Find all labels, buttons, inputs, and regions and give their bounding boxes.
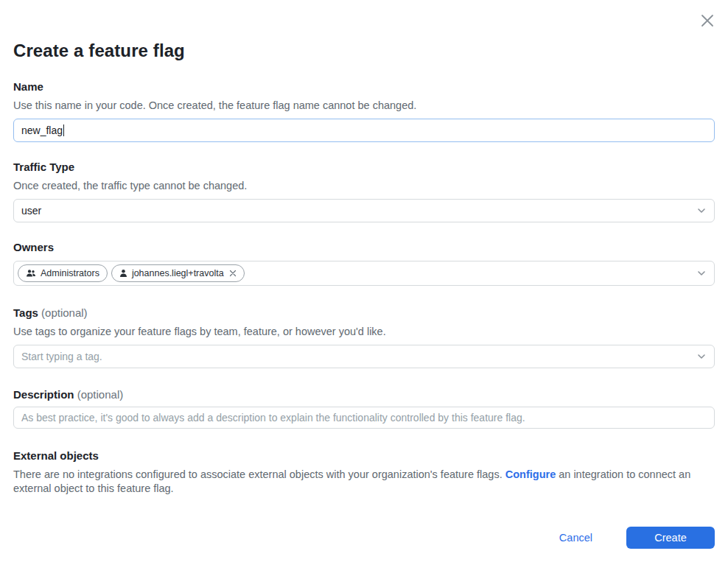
configure-link[interactable]: Configure — [505, 468, 556, 480]
owners-field-group: Owners Administrators johannes.liegl+tra… — [13, 241, 715, 286]
description-label: Description — [13, 388, 74, 401]
modal-footer: Cancel Create — [13, 527, 715, 549]
owner-chip-user[interactable]: johannes.liegl+travolta — [111, 264, 245, 282]
traffic-type-field-group: Traffic Type Once created, the traffic t… — [13, 161, 715, 222]
person-icon — [119, 269, 127, 278]
owner-chip-label: johannes.liegl+travolta — [132, 268, 224, 278]
owners-select[interactable]: Administrators johannes.liegl+travolta — [13, 261, 715, 286]
tags-field-group: Tags (optional) Use tags to organize you… — [13, 306, 715, 368]
name-field-group: Name Use this name in your code. Once cr… — [13, 80, 715, 142]
external-objects-label: External objects — [13, 449, 715, 462]
text-cursor — [63, 124, 64, 136]
owners-label: Owners — [13, 241, 715, 253]
traffic-type-label: Traffic Type — [13, 161, 715, 173]
tags-placeholder: Start typing a tag. — [21, 351, 102, 362]
owner-chip-administrators[interactable]: Administrators — [18, 264, 108, 282]
tags-optional-hint: (optional) — [41, 306, 88, 319]
cancel-button[interactable]: Cancel — [559, 532, 592, 544]
chevron-down-icon — [696, 351, 707, 362]
tags-select[interactable]: Start typing a tag. — [13, 345, 715, 368]
tags-help-text: Use tags to organize your feature flags … — [13, 325, 715, 339]
owner-chip-label: Administrators — [41, 268, 99, 278]
chevron-down-icon — [696, 268, 707, 278]
close-button[interactable] — [699, 12, 716, 29]
remove-owner-button[interactable] — [229, 270, 237, 277]
tags-label: Tags — [13, 306, 38, 319]
create-feature-flag-modal: Create a feature flag Name Use this name… — [0, 41, 728, 549]
chevron-down-icon — [696, 206, 707, 216]
owners-chip-list: Administrators johannes.liegl+travolta — [18, 264, 690, 282]
external-objects-section: External objects There are no integratio… — [13, 449, 715, 495]
description-input[interactable] — [13, 407, 715, 429]
group-icon — [26, 269, 36, 278]
name-input-value: new_flag — [21, 124, 63, 136]
name-input[interactable]: new_flag — [13, 119, 715, 142]
close-icon — [699, 13, 715, 29]
traffic-type-help-text: Once created, the traffic type cannot be… — [13, 179, 715, 193]
modal-title: Create a feature flag — [13, 41, 715, 61]
create-button[interactable]: Create — [626, 527, 715, 549]
traffic-type-select[interactable]: user — [13, 199, 715, 222]
external-objects-text: There are no integrations configured to … — [13, 468, 715, 495]
description-optional-hint: (optional) — [77, 388, 124, 401]
remove-icon — [229, 270, 237, 277]
description-field-group: Description (optional) — [13, 388, 715, 429]
name-label: Name — [13, 80, 715, 93]
external-objects-text-before: There are no integrations configured to … — [13, 468, 505, 480]
traffic-type-selected-value: user — [21, 205, 41, 217]
name-help-text: Use this name in your code. Once created… — [13, 99, 715, 113]
